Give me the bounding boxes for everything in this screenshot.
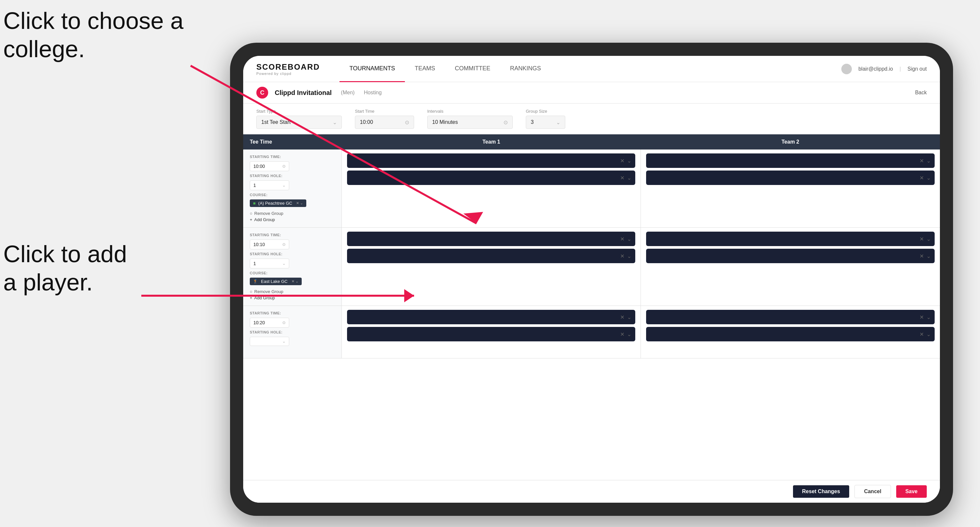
- tablet-screen: SCOREBOARD Powered by clippd TOURNAMENTS…: [243, 56, 940, 503]
- intervals-group: Intervals 10 Minutes ⊙: [427, 109, 513, 129]
- remove-group-link-1[interactable]: ○ Remove Group: [250, 211, 335, 216]
- start-type-label: Start Type: [256, 109, 342, 114]
- tee-info-col-3: STARTING TIME: 10:20 ⊙ STARTING HOLE: ⌄: [243, 306, 342, 358]
- team1-col-3: ✕ ⌄ ✕ ⌄: [342, 306, 641, 358]
- course-tag-1[interactable]: ■ (A) Peachtree GC ✕ ⌄: [250, 200, 306, 207]
- starting-time-label-2: STARTING TIME:: [250, 233, 335, 237]
- group-size-group: Group Size 3 ⌄: [526, 109, 565, 129]
- start-type-select[interactable]: 1st Tee Start ⌄: [256, 116, 342, 129]
- add-group-link-1[interactable]: + Add Group: [250, 217, 335, 222]
- event-gender: (Men): [341, 90, 355, 95]
- save-button[interactable]: Save: [896, 485, 927, 498]
- team2-col-1: ✕ ⌄ ✕ ⌄: [641, 149, 940, 227]
- header-right: blair@clippd.io | Sign out: [841, 64, 927, 74]
- starting-time-input-2[interactable]: 10:10 ⊙: [250, 240, 289, 249]
- starting-time-input-3[interactable]: 10:20 ⊙: [250, 318, 289, 327]
- sign-out-link[interactable]: Sign out: [907, 66, 927, 72]
- table-header: Tee Time Team 1 Team 2: [243, 134, 940, 149]
- starting-time-input-1[interactable]: 10:00 ⊙: [250, 161, 289, 171]
- starting-time-label-1: STARTING TIME:: [250, 155, 335, 159]
- reset-button[interactable]: Reset Changes: [793, 485, 850, 498]
- player-slot-2-4[interactable]: ✕ ⌄: [646, 249, 935, 263]
- th-team2: Team 2: [641, 134, 940, 149]
- annotation-middle: Click to add a player.: [3, 240, 127, 297]
- player-slot-1-4[interactable]: ✕ ⌄: [646, 170, 935, 185]
- remove-group-link-2[interactable]: ○ Remove Group: [250, 289, 335, 294]
- starting-hole-input-1[interactable]: 1 ⌄: [250, 180, 289, 190]
- starting-time-label-3: STARTING TIME:: [250, 311, 335, 315]
- start-type-group: Start Type 1st Tee Start ⌄: [256, 109, 342, 129]
- th-team1: Team 1: [342, 134, 641, 149]
- form-controls-row: Start Type 1st Tee Start ⌄ Start Time 10…: [243, 103, 940, 134]
- starting-hole-label-3: STARTING HOLE:: [250, 330, 335, 334]
- starting-hole-label-2: STARTING HOLE:: [250, 252, 335, 256]
- nav-tab-committee[interactable]: COMMITTEE: [445, 56, 500, 82]
- team1-col-1: ✕ ⌄ ✕ ⌄: [342, 149, 641, 227]
- schedule-table: STARTING TIME: 10:00 ⊙ STARTING HOLE: 1 …: [243, 149, 940, 480]
- app-header: SCOREBOARD Powered by clippd TOURNAMENTS…: [243, 56, 940, 82]
- start-time-group: Start Time 10:00 ⊙: [355, 109, 414, 129]
- logo-title: SCOREBOARD: [256, 62, 320, 71]
- tee-row-2: STARTING TIME: 10:10 ⊙ STARTING HOLE: 1 …: [243, 228, 940, 306]
- player-slot-2-3[interactable]: ✕ ⌄: [646, 232, 935, 246]
- tee-row-3: STARTING TIME: 10:20 ⊙ STARTING HOLE: ⌄ …: [243, 306, 940, 359]
- player-slot-1-2[interactable]: ✕ ⌄: [347, 170, 635, 185]
- course-tag-2[interactable]: 🏌 East Lake GC ✕ ⌄: [250, 278, 302, 285]
- user-email: blair@clippd.io: [858, 66, 893, 72]
- breadcrumb-bar: C Clippd Invitational (Men) Hosting Back: [243, 82, 940, 103]
- app-footer: Reset Changes Cancel Save: [243, 480, 940, 503]
- course-actions-1: ○ Remove Group + Add Group: [250, 211, 335, 222]
- hosting-label: Hosting: [364, 90, 382, 95]
- nav-tab-rankings[interactable]: RANKINGS: [500, 56, 551, 82]
- nav-tab-tournaments[interactable]: TOURNAMENTS: [339, 56, 405, 82]
- event-name: Clippd Invitational: [275, 89, 332, 97]
- team2-col-3: ✕ ⌄ ✕ ⌄: [641, 306, 940, 358]
- annotation-top: Click to choose a college.: [3, 6, 183, 63]
- player-slot-3-2[interactable]: ✕ ⌄: [347, 327, 635, 341]
- group-size-label: Group Size: [526, 109, 565, 114]
- cancel-button[interactable]: Cancel: [854, 485, 891, 498]
- player-slot-2-2[interactable]: ✕ ⌄: [347, 249, 635, 263]
- player-slot-1-3[interactable]: ✕ ⌄: [646, 154, 935, 168]
- user-avatar: [841, 64, 852, 74]
- player-slot-1-1[interactable]: ✕ ⌄: [347, 154, 635, 168]
- start-time-label: Start Time: [355, 109, 414, 114]
- back-button[interactable]: Back: [915, 90, 927, 95]
- starting-hole-input-3[interactable]: ⌄: [250, 337, 289, 346]
- nav-tab-teams[interactable]: TEAMS: [405, 56, 445, 82]
- team2-col-2: ✕ ⌄ ✕ ⌄: [641, 228, 940, 306]
- player-slot-3-3[interactable]: ✕ ⌄: [646, 310, 935, 324]
- th-tee-time: Tee Time: [243, 134, 342, 149]
- logo-subtitle: Powered by clippd: [256, 71, 320, 76]
- course-actions-2: ○ Remove Group + Add Group: [250, 289, 335, 300]
- intervals-select[interactable]: 10 Minutes ⊙: [427, 116, 513, 129]
- tee-info-col-2: STARTING TIME: 10:10 ⊙ STARTING HOLE: 1 …: [243, 228, 342, 306]
- starting-hole-input-2[interactable]: 1 ⌄: [250, 259, 289, 268]
- player-slot-2-1[interactable]: ✕ ⌄: [347, 232, 635, 246]
- team1-col-2: ✕ ⌄ ✕ ⌄: [342, 228, 641, 306]
- tee-info-col-1: STARTING TIME: 10:00 ⊙ STARTING HOLE: 1 …: [243, 149, 342, 227]
- course-label-1: COURSE:: [250, 193, 335, 197]
- tee-row-1: STARTING TIME: 10:00 ⊙ STARTING HOLE: 1 …: [243, 149, 940, 228]
- tablet-frame: SCOREBOARD Powered by clippd TOURNAMENTS…: [230, 43, 953, 516]
- clippd-logo: C: [256, 87, 268, 98]
- player-slot-3-4[interactable]: ✕ ⌄: [646, 327, 935, 341]
- scoreboard-logo: SCOREBOARD Powered by clippd: [256, 62, 320, 76]
- starting-hole-label-1: STARTING HOLE:: [250, 174, 335, 178]
- course-label-2: COURSE:: [250, 271, 335, 275]
- player-slot-3-1[interactable]: ✕ ⌄: [347, 310, 635, 324]
- nav-tabs: TOURNAMENTS TEAMS COMMITTEE RANKINGS: [339, 56, 841, 82]
- start-time-input[interactable]: 10:00 ⊙: [355, 116, 414, 129]
- add-group-link-2[interactable]: + Add Group: [250, 295, 335, 300]
- group-size-select[interactable]: 3 ⌄: [526, 116, 565, 129]
- intervals-label: Intervals: [427, 109, 513, 114]
